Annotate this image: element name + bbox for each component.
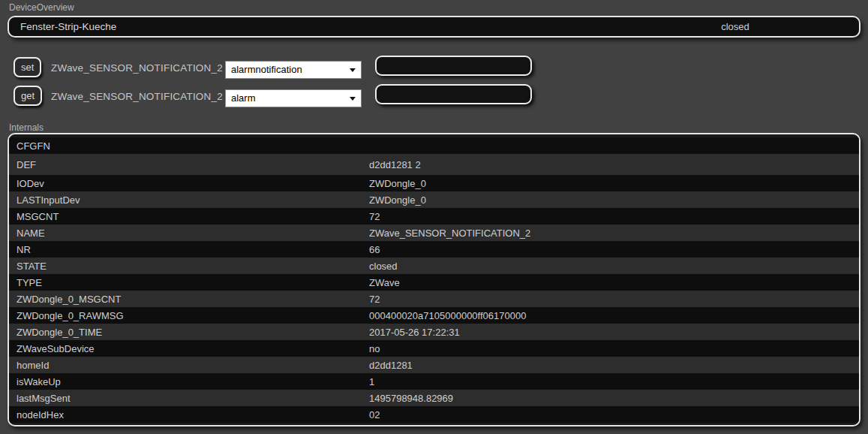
internal-key: LASTInputDev <box>9 194 369 206</box>
internals-row: STATE closed <box>9 258 859 274</box>
internal-value: 1 <box>369 376 859 387</box>
internal-key: ZWDongle_0_MSGCNT <box>9 294 369 305</box>
internal-value: d2dd1281 2 <box>369 159 859 170</box>
internals-row: ZWDongle_0_TIME 2017-05-26 17:22:31 <box>9 324 859 340</box>
internals-row: isWakeUp 1 <box>9 373 859 390</box>
command-dropdown[interactable]: alarm <box>225 89 362 107</box>
dropdown-selected-value: alarmnotification <box>231 62 302 78</box>
internals-row: ZWDongle_0_MSGCNT 72 <box>9 291 859 307</box>
internal-value: 000400020a7105000000ff06170000 <box>369 310 859 321</box>
internals-row: ZWaveSubDevice no <box>9 340 859 357</box>
internals-row: MSGCNT 72 <box>9 208 859 225</box>
internal-value: ZWDongle_0 <box>369 194 859 206</box>
device-state-value: closed <box>611 21 859 32</box>
internals-row: LASTInputDev ZWDongle_0 <box>9 191 859 208</box>
internal-value: no <box>369 343 859 354</box>
internal-value: 1495798948.82969 <box>369 393 859 404</box>
device-overview-row: Fenster-Strip-Kueche closed <box>8 16 860 38</box>
chevron-down-icon <box>350 97 356 101</box>
device-name-label: ZWave_SENSOR_NOTIFICATION_2 <box>51 62 223 74</box>
internals-row: homeId d2dd1281 <box>9 357 859 373</box>
command-row: get ZWave_SENSOR_NOTIFICATION_2 alarm <box>14 84 629 113</box>
internal-key: lastMsgSent <box>9 393 369 404</box>
internals-row: CFGFN <box>9 137 859 154</box>
internals-row: DEF d2dd1281 2 <box>9 154 859 175</box>
internals-row: NR 66 <box>9 241 859 258</box>
internal-key: STATE <box>9 261 369 272</box>
internal-key: TYPE <box>9 277 369 288</box>
internal-value: closed <box>369 261 859 272</box>
internal-key: NR <box>9 244 369 255</box>
internal-value: 02 <box>369 409 859 420</box>
internal-value: ZWDongle_0 <box>369 178 859 189</box>
internals-section-label: Internals <box>9 122 44 133</box>
internal-key: isWakeUp <box>9 376 369 387</box>
internal-key: CFGFN <box>9 140 369 152</box>
internals-table: CFGFN DEF d2dd1281 2 IODev ZWDongle_0 LA… <box>8 133 860 426</box>
command-dropdown[interactable]: alarmnotification <box>225 61 362 79</box>
internals-row: NAME ZWave_SENSOR_NOTIFICATION_2 <box>9 225 859 241</box>
internal-value: 66 <box>369 244 859 255</box>
internals-row: ZWDongle_0_RAWMSG 000400020a7105000000ff… <box>9 307 859 324</box>
internal-value: 72 <box>369 211 859 222</box>
internal-value: ZWave_SENSOR_NOTIFICATION_2 <box>369 228 859 239</box>
internals-row: nodeIdHex 02 <box>9 406 859 423</box>
internals-row: lastMsgSent 1495798948.82969 <box>9 390 859 406</box>
internals-row: TYPE ZWave <box>9 274 859 291</box>
command-button[interactable]: set <box>14 57 41 77</box>
device-name-link[interactable]: Fenster-Strip-Kueche <box>9 21 611 32</box>
internal-value: d2dd1281 <box>369 360 859 371</box>
device-name-label: ZWave_SENSOR_NOTIFICATION_2 <box>51 91 223 102</box>
internal-value: ZWave <box>369 277 859 288</box>
chevron-down-icon <box>350 68 356 72</box>
internal-key: NAME <box>9 228 369 239</box>
internal-key: ZWaveSubDevice <box>9 343 369 354</box>
internal-value: 72 <box>369 294 859 305</box>
internals-row: IODev ZWDongle_0 <box>9 175 859 191</box>
internal-key: homeId <box>9 360 369 371</box>
command-button[interactable]: get <box>14 86 42 106</box>
command-controls: set ZWave_SENSOR_NOTIFICATION_2 alarmnot… <box>14 56 629 114</box>
command-row: set ZWave_SENSOR_NOTIFICATION_2 alarmnot… <box>14 56 629 84</box>
device-overview-section-label: DeviceOverview <box>9 2 74 13</box>
internal-key: ZWDongle_0_RAWMSG <box>9 310 369 321</box>
internal-key: MSGCNT <box>9 211 369 222</box>
argument-input[interactable] <box>375 84 532 104</box>
internal-key: IODev <box>9 178 369 189</box>
internal-key: ZWDongle_0_TIME <box>9 327 369 338</box>
dropdown-selected-value: alarm <box>231 90 256 107</box>
argument-input[interactable] <box>375 56 532 76</box>
internal-key: nodeIdHex <box>9 409 369 420</box>
internal-value: 2017-05-26 17:22:31 <box>369 327 859 338</box>
internal-key: DEF <box>9 159 369 170</box>
